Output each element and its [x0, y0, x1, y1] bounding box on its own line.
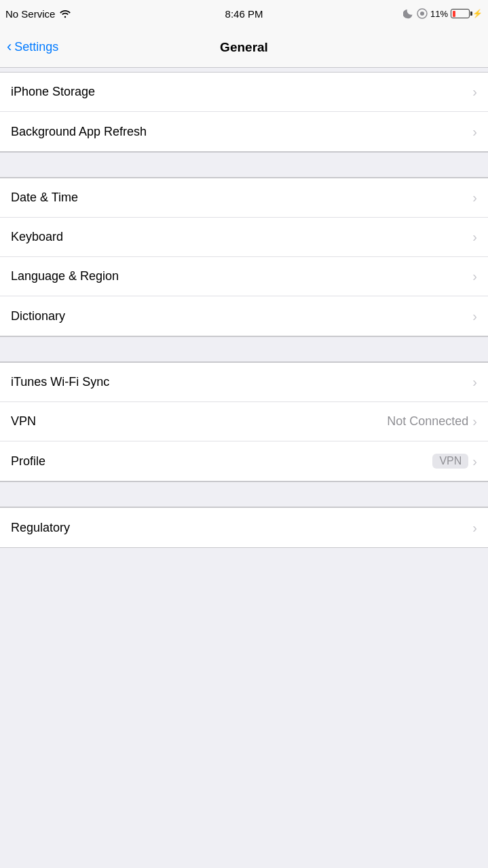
vpn-status: Not Connected	[387, 414, 468, 429]
charging-bolt-icon: ⚡	[472, 9, 483, 18]
background-app-refresh-right: ›	[472, 124, 477, 140]
iphone-storage-row[interactable]: iPhone Storage ›	[0, 73, 488, 112]
language-region-label: Language & Region	[11, 269, 119, 283]
date-time-row[interactable]: Date & Time ›	[0, 178, 488, 218]
itunes-wifi-sync-right: ›	[472, 374, 477, 390]
chevron-right-icon: ›	[472, 374, 477, 390]
back-chevron-icon: ‹	[7, 39, 12, 54]
back-label: Settings	[14, 40, 58, 54]
page-title: General	[220, 40, 268, 55]
chevron-right-icon: ›	[472, 454, 477, 469]
regulatory-label: Regulatory	[11, 521, 70, 535]
chevron-right-icon: ›	[472, 269, 477, 284]
settings-group-2: Date & Time › Keyboard › Language & Regi…	[0, 178, 488, 336]
separator-1	[0, 152, 488, 178]
date-time-right: ›	[472, 190, 477, 205]
settings-group-4: Regulatory ›	[0, 507, 488, 548]
vpn-right: Not Connected ›	[387, 414, 477, 429]
language-region-row[interactable]: Language & Region ›	[0, 257, 488, 296]
itunes-wifi-sync-label: iTunes Wi-Fi Sync	[11, 375, 109, 389]
dictionary-row[interactable]: Dictionary ›	[0, 296, 488, 336]
chevron-right-icon: ›	[472, 124, 477, 140]
status-right: 11% ⚡	[403, 8, 483, 19]
regulatory-right: ›	[472, 520, 477, 536]
language-region-right: ›	[472, 269, 477, 284]
keyboard-row[interactable]: Keyboard ›	[0, 218, 488, 257]
moon-icon	[403, 8, 414, 19]
carrier-text: No Service	[5, 8, 55, 20]
settings-group-3: iTunes Wi-Fi Sync › VPN Not Connected › …	[0, 362, 488, 481]
keyboard-label: Keyboard	[11, 230, 63, 244]
chevron-right-icon: ›	[472, 520, 477, 536]
iphone-storage-label: iPhone Storage	[11, 85, 95, 99]
settings-group-1: iPhone Storage › Background App Refresh …	[0, 72, 488, 152]
status-left: No Service	[5, 8, 71, 20]
svg-point-1	[420, 12, 424, 16]
back-button[interactable]: ‹ Settings	[7, 40, 58, 54]
chevron-right-icon: ›	[472, 229, 477, 245]
battery-icon	[451, 9, 470, 18]
status-bar: No Service 8:46 PM 11% ⚡	[0, 0, 488, 27]
dictionary-label: Dictionary	[11, 309, 65, 323]
profile-badge: VPN	[432, 454, 468, 469]
vpn-label: VPN	[11, 414, 36, 429]
status-time: 8:46 PM	[225, 8, 263, 20]
profile-label: Profile	[11, 454, 45, 469]
profile-row[interactable]: Profile VPN ›	[0, 441, 488, 481]
chevron-right-icon: ›	[472, 309, 477, 324]
profile-right: VPN ›	[432, 454, 477, 469]
background-app-refresh-row[interactable]: Background App Refresh ›	[0, 112, 488, 151]
battery-percent: 11%	[430, 9, 448, 19]
dictionary-right: ›	[472, 309, 477, 324]
wifi-icon	[59, 9, 71, 18]
separator-3	[0, 481, 488, 507]
regulatory-row[interactable]: Regulatory ›	[0, 508, 488, 547]
chevron-right-icon: ›	[472, 414, 477, 429]
separator-2	[0, 336, 488, 362]
itunes-wifi-sync-row[interactable]: iTunes Wi-Fi Sync ›	[0, 363, 488, 402]
keyboard-right: ›	[472, 229, 477, 245]
vpn-row[interactable]: VPN Not Connected ›	[0, 402, 488, 441]
iphone-storage-right: ›	[472, 84, 477, 100]
chevron-right-icon: ›	[472, 190, 477, 205]
date-time-label: Date & Time	[11, 191, 78, 205]
background-app-refresh-label: Background App Refresh	[11, 125, 147, 139]
nav-bar: ‹ Settings General	[0, 27, 488, 68]
location-icon	[417, 8, 428, 19]
chevron-right-icon: ›	[472, 84, 477, 100]
